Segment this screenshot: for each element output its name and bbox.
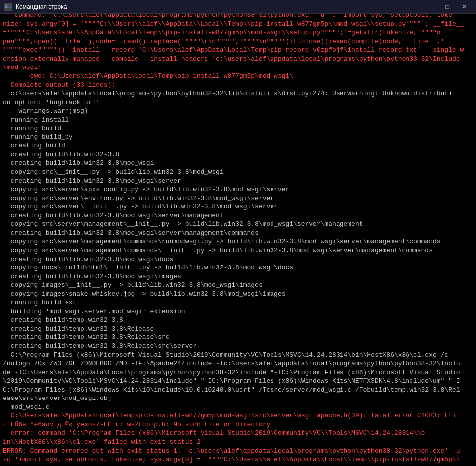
terminal-line: /nologo /Ox /W3 /GL /DNDEBUG /MD -IF:\Ap… (3, 359, 473, 368)
terminal-line: copying src\server\apxs_config.py -> bui… (3, 185, 473, 194)
terminal-line: '""""exec""""'))' install --record 'C:\U… (3, 46, 473, 55)
terminal-line: \2019\Community\VC\Tools\MSVC\14.24.2831… (3, 377, 473, 386)
terminal-line: running build (3, 124, 473, 133)
terminal-line: copying src\server\__init__.py -> build\… (3, 202, 473, 211)
terminal-line: warnings.warn(msg) (3, 107, 473, 116)
window-title: Командная строка (16, 3, 418, 10)
window: C:\ Командная строка ─ □ ✕ Using cached … (0, 0, 476, 466)
window-icon: C:\ (4, 3, 12, 11)
terminal-line: C:\Users\alef\AppData\Local\Temp\pip-ins… (3, 411, 473, 420)
terminal-line: running build_py (3, 133, 473, 142)
terminal-line: copying src\server\management\commands\_… (3, 246, 473, 255)
terminal-line: copying src\server\management\commands\r… (3, 237, 473, 246)
terminal-line: creating build (3, 141, 473, 150)
terminal-line: creating build\temp.win32-3.8 (3, 316, 473, 325)
close-button[interactable]: ✕ (456, 2, 472, 12)
terminal-line: ='""""C:\Users\alef\\AppData\\Local\Temp… (3, 28, 473, 37)
terminal-line: creating build\lib.win32-3.8\mod_wsgi (3, 159, 473, 168)
terminal-line: creating build\temp.win32-3.8\Release\sr… (3, 333, 473, 342)
terminal-line: creating build\temp.win32-3.8\Release (3, 325, 473, 333)
terminal-line: C:\Program Files (x86)\Windows Kits\10\i… (3, 386, 473, 395)
terminal-line: creating build\temp.win32-3.8\Release\sr… (3, 342, 473, 351)
terminal-line: \mod-wsgi' (3, 63, 473, 72)
terminal-line: copying docs\_build\html\__init__.py -> … (3, 264, 473, 272)
terminal-line: copying src\server\environ.py -> build\l… (3, 194, 473, 203)
terminal-line: creating build\lib.win32-3.8\mod_wsgi\se… (3, 229, 473, 238)
terminal-line: creating build\lib.win32-3.8\mod_wsgi\do… (3, 255, 473, 264)
maximize-button[interactable]: □ (439, 2, 455, 12)
terminal-line: cwd: C:\Users\alef\AppData\Local\Temp\pi… (3, 72, 473, 81)
terminal-line: creating build\lib.win32-3.8\mod_wsgi\se… (3, 177, 473, 186)
terminal-line: creating build\lib.win32-3.8\mod_wsgi\im… (3, 272, 473, 281)
terminal-line: mod_wsgi.c (3, 403, 473, 412)
terminal-line: copying images\snake-whiskey.jpg -> buil… (3, 290, 473, 299)
terminal-line: -c 'import sys, setuptools, tokenize; sy… (3, 455, 473, 464)
terminal-line: Complete output (33 lines): (3, 81, 473, 90)
terminal-line: command: 'c:\users\alef\appdata\local\pr… (3, 14, 473, 20)
terminal-line: creating build\lib.win32-3.8\mod_wsgi\se… (3, 211, 473, 220)
terminal-line: c:\users\alef\appdata\local\programs\pyt… (3, 89, 473, 98)
window-controls: ─ □ ✕ (422, 2, 472, 12)
terminal-line: ERROR: Command errored out with exit sta… (3, 447, 473, 456)
terminal-line: pen"""",open)(__file__);code=f.read().re… (3, 37, 473, 46)
terminal-line: nize; sys.argv[0] = '""""C:\\Users\\alef… (3, 20, 473, 29)
terminal-line: on option: 'bugtrack_url' (3, 98, 473, 107)
terminal-line: г Гб6н °е6алм д ©« ÿé«оз7-ЕЁ г: ws2tcpip… (3, 420, 473, 429)
titlebar: C:\ Командная строка ─ □ ✕ (0, 0, 476, 14)
terminal-line: ersion-externally-managed --compile --in… (3, 55, 473, 64)
terminal-line: creating build\lib.win32-3.8 (3, 150, 473, 159)
terminal-line: running install (3, 116, 473, 125)
terminal-line: copying src\server\management\__init__.p… (3, 220, 473, 229)
terminal-line: in\\HostX86\\x86\\cl.exe' failed with ex… (3, 438, 473, 447)
terminal-line: copying src\__init__.py -> build\lib.win… (3, 168, 473, 177)
terminal-line: C:\Program Files (x86)\Microsoft Visual … (3, 351, 473, 360)
terminal-line: building 'mod_wsgi.server.mod_wsgi' exte… (3, 307, 473, 316)
terminal-line: de -IC:\Users\alef\AppData\Local\program… (3, 368, 473, 377)
terminal-line: ease\src\server\mod_wsgi.obj (3, 394, 473, 403)
terminal-output: Using cached mod_wsgi-4.7.1.tar.gz (498 … (0, 14, 476, 466)
terminal-line: running build_ext (3, 298, 473, 307)
terminal-line: error: command 'C:\Program Files (x86)\M… (3, 429, 473, 438)
terminal-line: copying images\__init__.py -> build\lib.… (3, 281, 473, 290)
minimize-button[interactable]: ─ (422, 2, 438, 12)
